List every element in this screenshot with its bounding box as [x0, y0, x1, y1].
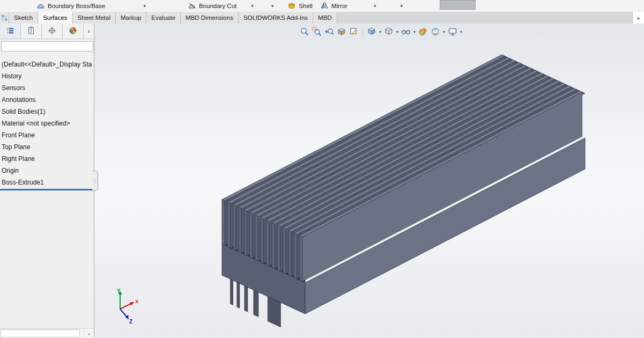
chevron-right-icon: ›: [88, 330, 90, 337]
panel-tab-bar: ›: [0, 24, 94, 39]
scroll-right-button[interactable]: ›: [84, 329, 94, 338]
boundary-boss-base-label: Boundary Boss/Base: [48, 3, 105, 9]
toolbar-placeholder-block: [440, 0, 476, 10]
display-manager-tab[interactable]: [63, 24, 84, 39]
tree-item-history[interactable]: History: [0, 70, 94, 82]
tab-label: Surfaces: [43, 14, 67, 21]
previous-view-icon[interactable]: [324, 26, 335, 37]
orientation-triad: Y X Z: [109, 286, 147, 324]
z-axis-label: Z: [129, 319, 132, 324]
tab-label: Evaluate: [151, 14, 175, 21]
tab-label: SOLIDWORKS Add-Ins: [243, 14, 308, 21]
tree-item-origin[interactable]: Origin: [0, 165, 94, 177]
feature-tree-filter-input[interactable]: [1, 41, 93, 52]
scrollbar-thumb[interactable]: [1, 329, 80, 337]
tab-markup[interactable]: Markup: [116, 12, 146, 24]
shell-button[interactable]: Shell: [287, 0, 313, 12]
tree-item-material[interactable]: Material <not specified>: [0, 117, 94, 129]
tab-surfaces[interactable]: Surfaces: [38, 12, 72, 24]
property-manager-tab[interactable]: [21, 24, 42, 39]
color-wheel-icon: [69, 26, 77, 36]
chevron-down-icon[interactable]: ▾: [413, 30, 416, 34]
shell-label: Shell: [299, 3, 313, 9]
mirror-button[interactable]: Mirror ▾ ▾: [320, 0, 403, 12]
view-orientation-icon[interactable]: [366, 26, 377, 37]
clipboard-icon: [27, 26, 35, 36]
tab-strip-icon: [0, 12, 9, 24]
view-settings-icon[interactable]: [447, 26, 458, 37]
solidworks-window: Boundary Boss/Base ▾ Boundary Cut ▾ ▾ Sh…: [0, 0, 644, 338]
collapse-ribbon-button[interactable]: ▴: [632, 12, 644, 24]
tab-solidworks-add-ins[interactable]: SOLIDWORKS Add-Ins: [239, 12, 313, 24]
rollback-bar[interactable]: [0, 189, 94, 190]
chevron-down-icon[interactable]: ▾: [271, 4, 274, 9]
tree-item-front-plane[interactable]: Front Plane: [0, 129, 94, 141]
x-axis-label: X: [135, 299, 138, 304]
tab-mbd-dimensions[interactable]: MBD Dimensions: [181, 12, 239, 24]
mirror-icon: [320, 1, 329, 11]
chevron-down-icon[interactable]: ▾: [400, 4, 403, 9]
chevron-down-icon[interactable]: ▾: [374, 4, 376, 9]
feature-toolbar: Boundary Boss/Base ▾ Boundary Cut ▾ ▾ Sh…: [0, 0, 644, 12]
panel-splitter-handle[interactable]: ⋮: [92, 171, 98, 191]
chevron-down-icon[interactable]: ▾: [460, 30, 462, 34]
tab-sheet-metal[interactable]: Sheet Metal: [73, 12, 116, 24]
apply-scene-icon[interactable]: [430, 26, 441, 37]
configuration-manager-tab[interactable]: [42, 24, 63, 39]
feature-manager-panel: › (Default<<Default>_Display Sta History…: [0, 24, 94, 338]
panel-horizontal-scrollbar[interactable]: ›: [0, 328, 94, 338]
chevron-down-icon[interactable]: ▾: [379, 30, 381, 34]
tab-evaluate[interactable]: Evaluate: [146, 12, 181, 24]
dynamic-annotation-views-icon[interactable]: [349, 26, 359, 37]
heatsink-model[interactable]: [94, 24, 644, 338]
panel-expand-button[interactable]: ›: [84, 24, 94, 39]
tree-item-sensors[interactable]: Sensors: [0, 82, 94, 94]
tab-sketch[interactable]: Sketch: [9, 12, 38, 24]
tab-mbd[interactable]: MBD: [313, 12, 337, 24]
boundary-cut-button[interactable]: Boundary Cut ▾ ▾: [188, 0, 273, 12]
tree-item-right-plane[interactable]: Right Plane: [0, 153, 94, 165]
chevron-down-icon[interactable]: ▾: [443, 30, 445, 34]
chevron-right-icon: ›: [88, 27, 90, 35]
tree-item-top-plane[interactable]: Top Plane: [0, 141, 94, 153]
hide-show-items-icon[interactable]: [401, 26, 411, 37]
tab-label: Sheet Metal: [78, 14, 110, 21]
feature-tree-icon: [6, 26, 14, 36]
tab-label: Markup: [121, 14, 141, 21]
crosshair-icon: [48, 26, 56, 36]
section-view-icon[interactable]: [336, 26, 347, 37]
toolbar-separator: [362, 27, 363, 36]
edit-appearance-icon[interactable]: [418, 26, 428, 37]
zoom-to-area-icon[interactable]: [312, 26, 322, 37]
boundary-boss-base-button[interactable]: Boundary Boss/Base ▾: [36, 0, 146, 12]
tree-item-part-default[interactable]: (Default<<Default>_Display Sta: [0, 58, 94, 70]
tab-label: MBD Dimensions: [186, 14, 233, 21]
chevron-down-icon[interactable]: ▾: [251, 4, 254, 9]
y-axis-label: Y: [117, 288, 121, 294]
chevron-down-icon[interactable]: ▾: [396, 30, 398, 34]
zoom-to-fit-icon[interactable]: [299, 26, 310, 37]
tree-item-solid-bodies[interactable]: Solid Bodies(1): [0, 106, 94, 117]
boundary-cut-label: Boundary Cut: [199, 3, 236, 9]
command-tabs: Sketch Surfaces Sheet Metal Markup Evalu…: [0, 12, 644, 24]
feature-tree: (Default<<Default>_Display Sta History S…: [0, 58, 94, 190]
display-style-icon[interactable]: [383, 26, 394, 37]
feature-manager-tab[interactable]: [0, 24, 21, 39]
boundary-cut-icon: [188, 1, 196, 11]
boundary-boss-base-icon: [36, 1, 45, 11]
heads-up-toolbar: ▾ ▾ ▾ ▾ ▾: [299, 26, 463, 37]
tree-item-annotations[interactable]: Annotations: [0, 94, 94, 106]
shell-icon: [287, 1, 296, 11]
collapse-up-icon: ▴: [637, 15, 640, 20]
tab-label: MBD: [318, 14, 332, 21]
graphics-viewport[interactable]: ▾ ▾ ▾ ▾ ▾ Y X Z: [94, 24, 644, 338]
tab-label: Sketch: [14, 14, 33, 21]
chevron-down-icon[interactable]: ▾: [143, 4, 146, 9]
tree-item-boss-extrude1[interactable]: Boss-Extrude1: [0, 177, 94, 188]
mirror-label: Mirror: [331, 3, 347, 9]
grip-dots-icon: ⋮: [92, 178, 98, 184]
